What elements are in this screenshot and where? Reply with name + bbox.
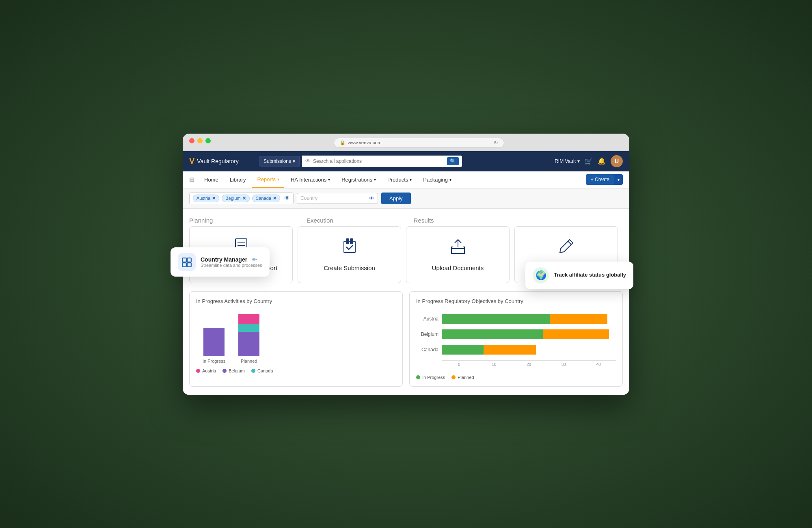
create-submission-label: Create Submission (324, 264, 375, 272)
manage-details-icon (557, 237, 575, 259)
svg-rect-3 (187, 263, 191, 267)
create-button[interactable]: + Create (586, 174, 614, 185)
svg-rect-0 (182, 258, 186, 262)
dot-minimize[interactable] (197, 138, 203, 143)
austria-row-label: Austria (416, 316, 438, 322)
edit-icon[interactable]: ✏ (252, 256, 257, 263)
submissions-dropdown[interactable]: Submissions ▾ (259, 156, 300, 167)
horiz-axis: 0 10 20 30 40 (442, 360, 616, 367)
belgium-bar-stack (442, 329, 616, 339)
main-content: Planning Execution Results (183, 209, 629, 395)
search-area: Submissions ▾ 👁 🔍 (259, 156, 462, 167)
legend-inprogress: In Progress (416, 375, 445, 380)
svg-rect-11 (350, 239, 353, 244)
austria-inprogress-bar (442, 314, 550, 324)
belgium-planned-bar (543, 329, 609, 339)
upload-icon (449, 237, 467, 259)
filter-tags-container: Austria ✕ Begium ✕ Canada ✕ 👁 (189, 193, 294, 204)
lock-icon: 🔒 (340, 140, 346, 145)
planned-bar-group: Planned (238, 312, 259, 364)
horizontal-chart-title: In Progress Regulatory Objectives by Cou… (416, 298, 616, 304)
apply-button[interactable]: Apply (381, 193, 411, 204)
cart-icon[interactable]: 🛒 (585, 157, 593, 165)
remove-begium-tag[interactable]: ✕ (242, 196, 246, 201)
secondary-navigation: ⊞ Home Library Reports ▾ HA Interactions… (183, 171, 629, 188)
svg-rect-1 (187, 258, 191, 262)
logo-text: Vault Regulatory (197, 158, 238, 164)
url-text: www.veeva.com (348, 140, 382, 145)
svg-line-13 (568, 241, 571, 245)
nav-library[interactable]: Library (225, 171, 251, 188)
rim-vault-button[interactable]: RIM Vault ▾ (555, 158, 580, 164)
country-filter-input[interactable]: Country 👁 (297, 193, 378, 204)
search-input[interactable] (313, 158, 445, 164)
svg-rect-9 (344, 241, 355, 253)
vertical-bar-chart: In Progress Activities by Country In Pro… (189, 291, 403, 387)
tag-begium: Begium ✕ (222, 195, 249, 202)
address-bar: 🔒 www.veeva.com ↻ (334, 138, 504, 148)
bell-icon[interactable]: 🔔 (598, 157, 606, 165)
nav-reports[interactable]: Reports ▾ (252, 171, 284, 188)
canada-inprogress-bar (442, 345, 484, 355)
canada-bar-stack (442, 345, 616, 355)
canada-row: Canada (416, 345, 616, 355)
filter-binoculars-icon[interactable]: 👁 (284, 195, 290, 201)
nav-home[interactable]: Home (199, 171, 223, 188)
dot-maximize[interactable] (205, 138, 211, 143)
legend-canada: Canada (251, 368, 273, 373)
nav-ha-interactions[interactable]: HA Interactions ▾ (286, 171, 335, 188)
track-affiliate-text: Track affiliate status globally (554, 272, 626, 279)
horizontal-bars: Austria Belgium (416, 311, 616, 370)
inprogress-dot (416, 375, 420, 379)
binoculars-icon: 👁 (305, 158, 311, 164)
tooltip-subtitle: Streamline data and processes (201, 263, 262, 268)
browser-chrome: 🔒 www.veeva.com ↻ (183, 134, 629, 151)
refresh-icon[interactable]: ↻ (494, 140, 498, 146)
search-button[interactable]: 🔍 (447, 157, 459, 165)
legend-austria: Austria (196, 368, 216, 373)
logo-v-icon: V (189, 156, 194, 166)
horizontal-bar-chart: In Progress Regulatory Objectives by Cou… (409, 291, 623, 387)
austria-row: Austria (416, 314, 616, 324)
remove-canada-tag[interactable]: ✕ (273, 196, 276, 201)
browser-dots (189, 138, 211, 143)
charts-area: In Progress Activities by Country In Pro… (189, 291, 623, 387)
country-manager-tooltip: Country Manager ✏ Streamline data and pr… (171, 247, 270, 277)
canada-dot (251, 369, 255, 373)
legend-belgium: Belgium (222, 368, 245, 373)
execution-header: Execution (307, 217, 414, 224)
create-dropdown-arrow[interactable]: ▾ (614, 174, 623, 185)
svg-rect-2 (182, 263, 186, 267)
country-binoculars-icon: 👁 (369, 195, 374, 201)
legend-planned: Planned (451, 375, 474, 380)
belgium-inprogress-bar (203, 328, 225, 356)
results-header: Results (414, 217, 623, 224)
austria-bar-stack (442, 314, 616, 324)
planned-label: Planned (241, 359, 257, 364)
canada-planned-bar (484, 345, 536, 355)
tooltip-title: Country Manager (201, 256, 247, 263)
globe-icon: 🌍 (533, 267, 549, 283)
remove-austria-tag[interactable]: ✕ (212, 196, 216, 201)
section-header-row: Planning Execution Results (189, 217, 623, 224)
belgium-inprogress-bar (442, 329, 543, 339)
svg-rect-10 (346, 239, 349, 244)
canada-planned-bar (238, 324, 259, 332)
create-submission-card[interactable]: Create Submission (298, 226, 401, 283)
nav-products[interactable]: Products ▾ (382, 171, 417, 188)
user-avatar[interactable]: U (611, 155, 623, 167)
belgium-row-label: Belgium (416, 331, 438, 337)
upload-documents-card[interactable]: Upload Documents (406, 226, 510, 283)
nav-registrations[interactable]: Registrations ▾ (337, 171, 381, 188)
vertical-chart-title: In Progress Activities by Country (196, 298, 396, 304)
belgium-planned-bar (238, 332, 259, 356)
dot-close[interactable] (189, 138, 194, 143)
tag-austria: Austria ✕ (193, 195, 219, 202)
country-manager-icon (178, 253, 196, 271)
apps-grid-icon[interactable]: ⊞ (189, 176, 194, 184)
filter-bar: Austria ✕ Begium ✕ Canada ✕ 👁 Country (183, 188, 629, 209)
canada-row-label: Canada (416, 347, 438, 353)
svg-rect-12 (451, 249, 464, 253)
tag-canada: Canada ✕ (252, 195, 281, 202)
nav-packaging[interactable]: Packaging ▾ (418, 171, 456, 188)
